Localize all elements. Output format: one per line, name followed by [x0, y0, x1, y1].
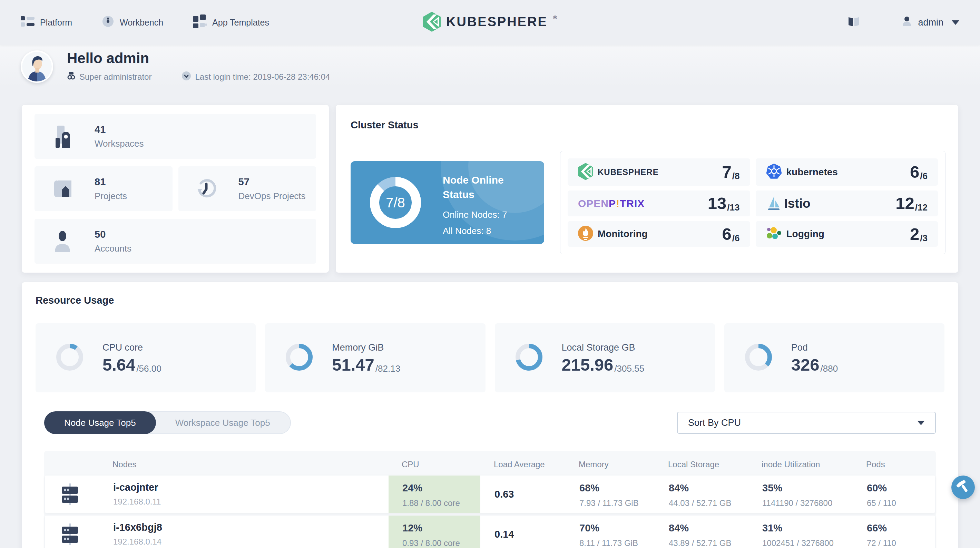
memory-detail: 8.11 / 11.73 GiB	[579, 538, 638, 548]
devops-count: 57	[239, 176, 306, 188]
service-tile-openpitrix: OPENP!TRIX 13 /13	[568, 191, 750, 217]
monitoring-torch-icon	[578, 226, 593, 242]
node-row-2[interactable]: i-16x6bgj8 192.168.0.14 12% 0.93 / 8.00 …	[45, 516, 935, 548]
cpu-used: 5.64	[102, 357, 135, 373]
resource-tile-memory: Memory GiB 51.47 /82.13	[265, 323, 485, 392]
summary-devops-projects[interactable]: 57 DevOps Projects	[178, 166, 317, 211]
last-login: Last login time: 2019-06-28 23:46:04	[182, 72, 330, 83]
storage-detail: 44.03 / 52.71 GB	[669, 498, 731, 508]
top-nav: Platform Workbench	[0, 0, 980, 45]
service-tile-kubernetes: kubernetes 6 /6	[756, 158, 938, 186]
login-time-icon	[182, 72, 191, 83]
service-name: Monitoring	[598, 228, 648, 239]
nav-item-platform[interactable]: Platform	[21, 16, 72, 29]
sort-by-value: Sort By CPU	[688, 417, 741, 428]
col-nodes: Nodes	[113, 460, 136, 469]
logo-wordmark: KUBESPHERE	[446, 12, 547, 32]
usage-controls: Node Usage Top5 Workspace Usage Top5 Sor…	[35, 411, 945, 434]
memory-percent: 70%	[579, 523, 638, 534]
workbench-gauge-icon	[102, 15, 114, 30]
col-inode: inode Utilization	[762, 460, 820, 469]
cpu-detail: 0.93 / 8.00 core	[402, 538, 480, 548]
pod-donut	[745, 344, 772, 372]
usage-tabs: Node Usage Top5 Workspace Usage Top5	[44, 411, 291, 434]
hello-banner: Hello admin Super administrator	[0, 45, 980, 88]
platform-icon	[21, 16, 35, 29]
kubesphere-logo[interactable]: KUBESPHERE ®	[423, 12, 557, 33]
projects-icon	[52, 178, 73, 199]
service-name: Logging	[786, 228, 824, 239]
last-login-label: Last login time: 2019-06-28 23:46:04	[195, 72, 330, 82]
service-total: /3	[920, 233, 928, 244]
storage-label: Local Storage GB	[562, 342, 644, 353]
cpu-total: /56.00	[136, 363, 161, 374]
node-online-ratio: 7/8	[370, 177, 421, 228]
hammer-icon	[956, 480, 970, 495]
greeting: Hello admin	[67, 50, 330, 66]
kubesphere-hex-icon	[578, 163, 593, 182]
pods-percent: 60%	[867, 483, 896, 494]
nav-right-group: admin	[848, 16, 959, 29]
service-tile-istio: Istio 12 /12	[756, 191, 938, 217]
summary-card: 41 Workspaces 81 Projects	[22, 105, 329, 272]
summary-projects[interactable]: 81 Projects	[35, 166, 173, 211]
col-cpu: CPU	[402, 460, 419, 469]
resource-usage-card: Resource Usage CPU core	[22, 282, 958, 548]
tab-workspace-usage-top5[interactable]: Workspace Usage Top5	[155, 412, 290, 433]
resource-tiles: CPU core 5.64 /56.00	[35, 323, 945, 392]
online-nodes: Online Nodes: 7	[443, 209, 533, 220]
col-load: Load Average	[494, 460, 545, 469]
table-header: Nodes CPU Load Average Memory Local Stor…	[44, 451, 936, 476]
accounts-icon	[52, 230, 73, 252]
components-grid: KUBESPHERE 7 /8	[560, 151, 945, 254]
devops-label: DevOps Projects	[239, 191, 306, 202]
node-row-1[interactable]: i-caojnter 192.168.0.11 24% 1.88 / 8.00 …	[45, 476, 935, 513]
cpu-label: CPU core	[102, 342, 161, 353]
cpu-percent: 12%	[402, 523, 480, 534]
resource-tile-cpu: CPU core 5.64 /56.00	[35, 323, 256, 392]
memory-detail: 7.93 / 11.73 GiB	[579, 498, 639, 508]
hello-text: Hello admin Super administrator	[67, 50, 330, 82]
pods-detail: 65 / 110	[867, 498, 896, 508]
storage-used: 215.96	[562, 357, 614, 373]
service-count: 12	[896, 195, 915, 212]
memory-percent: 68%	[579, 483, 639, 494]
cpu-percent: 24%	[402, 483, 480, 494]
workspaces-icon	[52, 125, 73, 148]
kubernetes-icon	[766, 164, 782, 181]
projects-count: 81	[95, 176, 127, 188]
service-count: 6	[722, 226, 732, 242]
storage-donut	[515, 344, 542, 372]
service-total: /13	[727, 202, 740, 213]
toolbox-fab[interactable]	[951, 476, 975, 499]
service-count: 2	[910, 226, 919, 242]
sort-by-dropdown[interactable]: Sort By CPU	[677, 412, 936, 434]
user-menu[interactable]: admin	[901, 16, 959, 29]
kubesphere-dashboard: Platform Workbench	[0, 0, 980, 548]
nav-item-workbench[interactable]: Workbench	[102, 15, 163, 30]
registered-mark: ®	[553, 14, 557, 21]
user-icon	[901, 16, 912, 29]
storage-detail: 43.89 / 52.71 GB	[669, 538, 731, 548]
main-content: 41 Workspaces 81 Projects	[0, 105, 980, 548]
service-name: KUBESPHERE	[598, 167, 659, 177]
resource-tile-pod: Pod 326 /880	[724, 323, 945, 392]
summary-accounts[interactable]: 50 Accounts	[35, 219, 316, 264]
role-label: Super administrator	[80, 72, 151, 82]
accounts-count: 50	[95, 229, 132, 240]
tab-node-usage-top5[interactable]: Node Usage Top5	[44, 411, 156, 434]
workspaces-count: 41	[95, 124, 144, 135]
docs-book-icon[interactable]	[848, 16, 860, 29]
pod-label: Pod	[791, 342, 838, 353]
summary-workspaces[interactable]: 41 Workspaces	[35, 114, 316, 159]
storage-percent: 84%	[669, 523, 731, 534]
node-online-status-panel: 7/8 Node Online Status Online Nodes: 7 A…	[351, 161, 544, 244]
service-total: /6	[920, 171, 928, 182]
app-templates-grid-icon	[193, 14, 207, 30]
chevron-down-icon	[952, 21, 959, 25]
logging-circles-icon	[766, 226, 782, 242]
pods-percent: 66%	[867, 523, 896, 534]
service-total: /6	[732, 233, 740, 244]
nav-item-app-templates[interactable]: App Templates	[193, 14, 269, 30]
nav-left-group: Platform Workbench	[21, 14, 269, 30]
